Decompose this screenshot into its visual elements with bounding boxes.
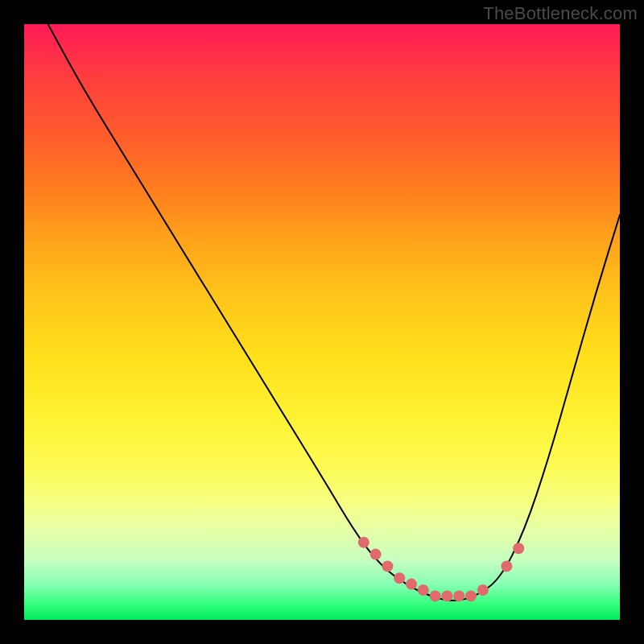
highlight-markers bbox=[358, 537, 524, 602]
chart-frame: TheBottleneck.com bbox=[0, 0, 644, 644]
marker-dot bbox=[477, 584, 489, 596]
marker-dot bbox=[394, 572, 405, 584]
chart-svg bbox=[24, 24, 620, 620]
watermark-text: TheBottleneck.com bbox=[483, 3, 638, 24]
marker-dot bbox=[513, 543, 524, 554]
marker-dot bbox=[418, 584, 429, 596]
marker-dot bbox=[465, 590, 477, 601]
marker-dot bbox=[441, 590, 452, 601]
marker-dot bbox=[453, 590, 464, 601]
marker-dot bbox=[406, 579, 417, 590]
marker-dot bbox=[501, 560, 512, 572]
marker-dot bbox=[382, 560, 393, 572]
marker-dot bbox=[358, 537, 369, 548]
marker-dot bbox=[370, 549, 382, 560]
bottleneck-curve bbox=[48, 24, 620, 601]
marker-dot bbox=[430, 590, 441, 601]
plot-area bbox=[24, 24, 620, 620]
